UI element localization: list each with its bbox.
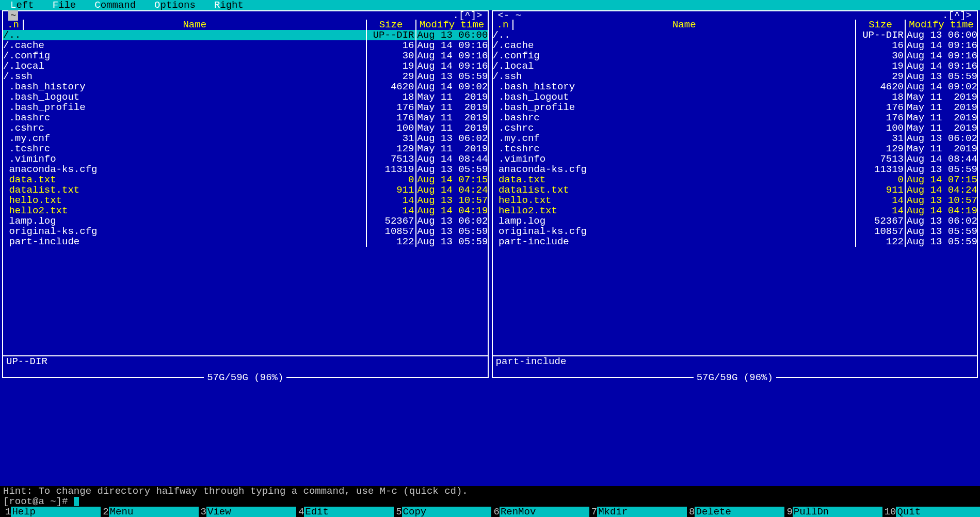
- table-row[interactable]: /.local19Aug 14 09:16: [3, 61, 488, 71]
- table-row[interactable]: .bash_logout18May 11 2019: [3, 92, 488, 102]
- table-row[interactable]: /.config30Aug 14 09:16: [3, 51, 488, 61]
- menu-options[interactable]: Options: [154, 0, 214, 10]
- file-name: part-include: [493, 237, 857, 247]
- table-row[interactable]: /..UP--DIRAug 13 06:00: [493, 30, 977, 40]
- file-size: 16: [367, 40, 416, 51]
- table-row[interactable]: hello.txt14Aug 13 10:57: [3, 195, 488, 206]
- table-row[interactable]: .my.cnf31Aug 13 06:02: [493, 133, 977, 144]
- left-panel-indicator[interactable]: .[^]>: [453, 10, 482, 21]
- fkey-copy[interactable]: 5Copy: [394, 507, 491, 517]
- table-row[interactable]: hello.txt14Aug 13 10:57: [493, 195, 977, 206]
- table-row[interactable]: /.local19Aug 14 09:16: [493, 61, 977, 71]
- table-row[interactable]: hello2.txt14Aug 14 04:19: [3, 206, 488, 216]
- menu-left[interactable]: Left: [10, 0, 53, 10]
- fkey-help[interactable]: 1Help: [3, 507, 101, 517]
- file-mtime: Aug 13 06:02: [906, 133, 977, 144]
- table-row[interactable]: /.cache16Aug 14 09:16: [493, 40, 977, 51]
- file-size: 176: [367, 113, 416, 123]
- table-row[interactable]: original-ks.cfg10857Aug 13 05:59: [493, 226, 977, 237]
- table-row[interactable]: .cshrc100May 11 2019: [3, 123, 488, 133]
- file-mtime: Aug 13 05:59: [416, 164, 488, 175]
- table-row[interactable]: .my.cnf31Aug 13 06:02: [3, 133, 488, 144]
- fkey-renmov[interactable]: 6RenMov: [491, 507, 589, 517]
- left-panel-header: ~ .[^]>: [3, 10, 488, 20]
- table-row[interactable]: anaconda-ks.cfg11319Aug 13 05:59: [3, 164, 488, 175]
- table-row[interactable]: /.cache16Aug 14 09:16: [3, 40, 488, 51]
- file-mtime: Aug 13 05:59: [906, 226, 977, 237]
- menu-command[interactable]: Command: [94, 0, 154, 10]
- right-file-list[interactable]: /..UP--DIRAug 13 06:00/.cache16Aug 14 09…: [493, 30, 977, 247]
- left-panel[interactable]: ~ .[^]> .n Name Size Modify time /..UP--…: [2, 10, 489, 378]
- table-row[interactable]: .viminfo7513Aug 14 08:44: [493, 154, 977, 164]
- file-mtime: Aug 14 07:15: [906, 175, 977, 185]
- menu-right[interactable]: Right: [214, 0, 262, 10]
- left-file-list[interactable]: /..UP--DIRAug 13 06:00/.cache16Aug 14 09…: [3, 30, 488, 247]
- col-header-mtime[interactable]: Modify time: [416, 20, 488, 30]
- table-row[interactable]: .bash_history4620Aug 14 09:02: [3, 82, 488, 92]
- col-header-size[interactable]: Size: [856, 20, 906, 30]
- file-name: /.ssh: [493, 71, 857, 82]
- table-row[interactable]: .tcshrc129May 11 2019: [493, 144, 977, 154]
- col-header-size[interactable]: Size: [367, 20, 416, 30]
- table-row[interactable]: .viminfo7513Aug 14 08:44: [3, 154, 488, 164]
- table-row[interactable]: /.ssh29Aug 13 05:59: [3, 71, 488, 82]
- file-name: .bash_logout: [3, 92, 367, 102]
- file-name: hello2.txt: [3, 206, 367, 216]
- file-mtime: May 11 2019: [416, 102, 488, 113]
- table-row[interactable]: datalist.txt911Aug 14 04:24: [3, 185, 488, 195]
- file-name: data.txt: [3, 175, 367, 185]
- file-mtime: Aug 13 05:59: [906, 71, 977, 82]
- fkey-number: 4: [296, 507, 304, 517]
- col-header-mtime[interactable]: Modify time: [906, 20, 977, 30]
- fkey-pulldn[interactable]: 9PullDn: [784, 507, 882, 517]
- table-row[interactable]: .bashrc176May 11 2019: [493, 113, 977, 123]
- col-header-name[interactable]: Name: [513, 20, 857, 30]
- table-row[interactable]: anaconda-ks.cfg11319Aug 13 05:59: [493, 164, 977, 175]
- shell-prompt[interactable]: [root@a ~]#: [3, 496, 980, 507]
- fkey-quit[interactable]: 10Quit: [882, 507, 980, 517]
- table-row[interactable]: /.config30Aug 14 09:16: [493, 51, 977, 61]
- table-row[interactable]: .tcshrc129May 11 2019: [3, 144, 488, 154]
- table-row[interactable]: data.txt0Aug 14 07:15: [3, 175, 488, 185]
- file-name: .my.cnf: [3, 133, 367, 144]
- file-name: lamp.log: [493, 216, 857, 226]
- table-row[interactable]: part-include122Aug 13 05:59: [3, 237, 488, 247]
- right-panel[interactable]: <- ~ .[^]> .n Name Size Modify time /..U…: [492, 10, 978, 378]
- file-name: hello.txt: [493, 195, 857, 206]
- col-header-mark[interactable]: .n: [3, 20, 24, 30]
- fkey-menu[interactable]: 2Menu: [101, 507, 198, 517]
- table-row[interactable]: part-include122Aug 13 05:59: [493, 237, 977, 247]
- table-row[interactable]: .bashrc176May 11 2019: [3, 113, 488, 123]
- file-size: 18: [856, 92, 906, 102]
- fkey-view[interactable]: 3View: [199, 507, 296, 517]
- file-size: 29: [367, 71, 416, 82]
- menu-file[interactable]: File: [53, 0, 95, 10]
- col-header-name[interactable]: Name: [24, 20, 367, 30]
- col-header-mark[interactable]: .n: [493, 20, 513, 30]
- left-panel-path[interactable]: ~: [8, 10, 18, 21]
- fkey-delete[interactable]: 8Delete: [687, 507, 784, 517]
- file-mtime: Aug 14 09:16: [416, 61, 488, 71]
- right-panel-indicator[interactable]: .[^]>: [942, 10, 972, 21]
- right-column-headers: .n Name Size Modify time: [493, 20, 977, 30]
- table-row[interactable]: .bash_history4620Aug 14 09:02: [493, 82, 977, 92]
- table-row[interactable]: data.txt0Aug 14 07:15: [493, 175, 977, 185]
- fkey-label: RenMov: [500, 507, 589, 517]
- table-row[interactable]: .bash_profile176May 11 2019: [3, 102, 488, 113]
- table-row[interactable]: .bash_logout18May 11 2019: [493, 92, 977, 102]
- fkey-edit[interactable]: 4Edit: [296, 507, 394, 517]
- table-row[interactable]: hello2.txt14Aug 14 04:19: [493, 206, 977, 216]
- table-row[interactable]: original-ks.cfg10857Aug 13 05:59: [3, 226, 488, 237]
- table-row[interactable]: .bash_profile176May 11 2019: [493, 102, 977, 113]
- table-row[interactable]: /.ssh29Aug 13 05:59: [493, 71, 977, 82]
- table-row[interactable]: .cshrc100May 11 2019: [493, 123, 977, 133]
- table-row[interactable]: /..UP--DIRAug 13 06:00: [3, 30, 488, 40]
- file-name: .bashrc: [493, 113, 857, 123]
- right-panel-path[interactable]: <- ~: [498, 10, 522, 21]
- right-disk-usage: 57G/59G (96%): [493, 372, 977, 383]
- table-row[interactable]: lamp.log52367Aug 13 06:02: [493, 216, 977, 226]
- table-row[interactable]: lamp.log52367Aug 13 06:02: [3, 216, 488, 226]
- fkey-mkdir[interactable]: 7Mkdir: [589, 507, 687, 517]
- fkey-number: 2: [101, 507, 108, 517]
- table-row[interactable]: datalist.txt911Aug 14 04:24: [493, 185, 977, 195]
